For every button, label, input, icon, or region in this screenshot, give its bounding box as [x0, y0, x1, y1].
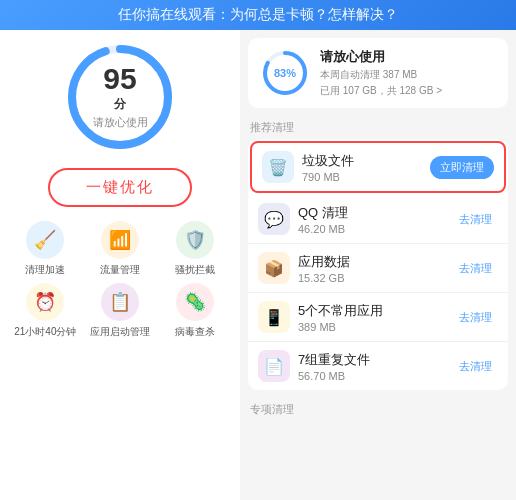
- unusedapps-size: 389 MB: [298, 321, 445, 333]
- storage-percent: 83%: [274, 67, 296, 79]
- storage-title: 请放心使用: [320, 48, 442, 66]
- junk-name: 垃圾文件: [302, 152, 422, 170]
- clean-item-appdata[interactable]: 📦 应用数据 15.32 GB 去清理: [248, 244, 508, 293]
- startup-label: 应用启动管理: [90, 325, 150, 339]
- time-icon: ⏰: [26, 283, 64, 321]
- recommend-label: 推荐清理: [248, 116, 508, 139]
- score-label: 请放心使用: [93, 115, 148, 130]
- clean-item-qq[interactable]: 💬 QQ 清理 46.20 MB 去清理: [248, 195, 508, 244]
- qq-name: QQ 清理: [298, 204, 445, 222]
- unusedapps-name: 5个不常用应用: [298, 302, 445, 320]
- storage-info: 请放心使用 本周自动清理 387 MB 已用 107 GB，共 128 GB >: [320, 48, 442, 98]
- junk-size: 790 MB: [302, 171, 422, 183]
- appdata-clean-btn[interactable]: 去清理: [453, 258, 498, 279]
- duplicates-size: 56.70 MB: [298, 370, 445, 382]
- right-panel[interactable]: 83% 请放心使用 本周自动清理 387 MB 已用 107 GB，共 128 …: [240, 30, 516, 500]
- startup-icon: 📋: [101, 283, 139, 321]
- action-time[interactable]: ⏰ 21小时40分钟: [10, 283, 81, 339]
- action-startup[interactable]: 📋 应用启动管理: [85, 283, 156, 339]
- qq-icon: 💬: [258, 203, 290, 235]
- appdata-info: 应用数据 15.32 GB: [298, 253, 445, 284]
- traffic-icon: 📶: [101, 221, 139, 259]
- appdata-name: 应用数据: [298, 253, 445, 271]
- score-number: 95: [93, 64, 148, 94]
- score-center: 95 分 请放心使用: [93, 64, 148, 130]
- intercept-icon: 🛡️: [176, 221, 214, 259]
- unusedapps-icon: 📱: [258, 301, 290, 333]
- appdata-size: 15.32 GB: [298, 272, 445, 284]
- left-panel: 95 分 请放心使用 一键优化 🧹 清理加速 📶 流量管理 🛡️ 骚扰拦截 ⏰: [0, 30, 240, 500]
- qq-size: 46.20 MB: [298, 223, 445, 235]
- virus-label: 病毒查杀: [175, 325, 215, 339]
- junk-icon: 🗑️: [262, 151, 294, 183]
- virus-icon: 🦠: [176, 283, 214, 321]
- qq-clean-btn[interactable]: 去清理: [453, 209, 498, 230]
- junk-clean-btn[interactable]: 立即清理: [430, 156, 494, 179]
- action-virus[interactable]: 🦠 病毒查杀: [159, 283, 230, 339]
- time-label: 21小时40分钟: [14, 325, 76, 339]
- clean-item-duplicates[interactable]: 📄 7组重复文件 56.70 MB 去清理: [248, 342, 508, 390]
- traffic-label: 流量管理: [100, 263, 140, 277]
- storage-usage[interactable]: 已用 107 GB，共 128 GB >: [320, 84, 442, 98]
- storage-card: 83% 请放心使用 本周自动清理 387 MB 已用 107 GB，共 128 …: [248, 38, 508, 108]
- qq-info: QQ 清理 46.20 MB: [298, 204, 445, 235]
- main-content: 95 分 请放心使用 一键优化 🧹 清理加速 📶 流量管理 🛡️ 骚扰拦截 ⏰: [0, 30, 516, 500]
- duplicates-icon: 📄: [258, 350, 290, 382]
- clean-item-unusedapps[interactable]: 📱 5个不常用应用 389 MB 去清理: [248, 293, 508, 342]
- action-traffic[interactable]: 📶 流量管理: [85, 221, 156, 277]
- special-label: 专项清理: [248, 398, 508, 421]
- quick-actions: 🧹 清理加速 📶 流量管理 🛡️ 骚扰拦截 ⏰ 21小时40分钟 📋 应用启动管…: [10, 221, 230, 339]
- clean-label: 清理加速: [25, 263, 65, 277]
- storage-ring: 83%: [260, 48, 310, 98]
- clean-item-junk[interactable]: 🗑️ 垃圾文件 790 MB 立即清理: [250, 141, 506, 193]
- junk-info: 垃圾文件 790 MB: [302, 152, 422, 183]
- intercept-label: 骚扰拦截: [175, 263, 215, 277]
- unusedapps-clean-btn[interactable]: 去清理: [453, 307, 498, 328]
- duplicates-clean-btn[interactable]: 去清理: [453, 356, 498, 377]
- top-banner: 任你搞在线观看：为何总是卡顿？怎样解决？: [0, 0, 516, 30]
- unusedapps-info: 5个不常用应用 389 MB: [298, 302, 445, 333]
- appdata-icon: 📦: [258, 252, 290, 284]
- duplicates-info: 7组重复文件 56.70 MB: [298, 351, 445, 382]
- storage-auto-clean: 本周自动清理 387 MB: [320, 68, 442, 82]
- action-intercept[interactable]: 🛡️ 骚扰拦截: [159, 221, 230, 277]
- clean-icon: 🧹: [26, 221, 64, 259]
- score-unit: 分: [114, 97, 126, 111]
- duplicates-name: 7组重复文件: [298, 351, 445, 369]
- clean-list: 🗑️ 垃圾文件 790 MB 立即清理 💬 QQ 清理 46.20 MB 去清理…: [248, 139, 508, 390]
- score-ring: 95 分 请放心使用: [65, 42, 175, 152]
- optimize-button[interactable]: 一键优化: [48, 168, 192, 207]
- action-clean[interactable]: 🧹 清理加速: [10, 221, 81, 277]
- banner-text: 任你搞在线观看：为何总是卡顿？怎样解决？: [118, 6, 398, 22]
